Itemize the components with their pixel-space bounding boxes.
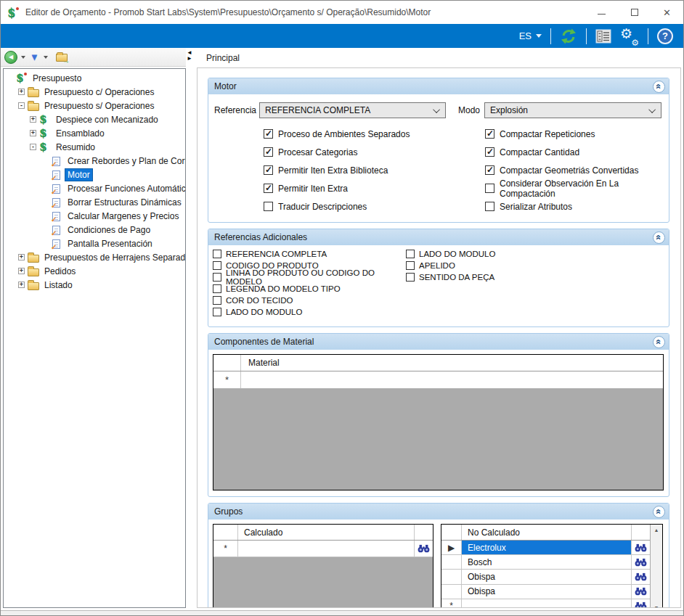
motor-checkbox[interactable]: Permitir Iten Extra bbox=[264, 184, 485, 193]
motor-checkbox[interactable]: Traducir Descripciones bbox=[264, 202, 485, 211]
table-row[interactable]: Obispa bbox=[441, 570, 650, 584]
down-dropdown-icon[interactable] bbox=[44, 56, 48, 59]
pane-splitter[interactable]: ◄ ► bbox=[186, 48, 193, 610]
tree-item-calcular-margenes[interactable]: Calcular Margenes y Precios bbox=[4, 209, 185, 223]
ref-checkbox[interactable]: COR DO TECIDO bbox=[213, 295, 406, 305]
collapse-section-icon[interactable] bbox=[653, 336, 665, 348]
tree-expander-icon[interactable]: + bbox=[30, 130, 36, 136]
group-cell[interactable] bbox=[462, 599, 631, 608]
sync-icon[interactable] bbox=[560, 28, 577, 44]
search-button[interactable] bbox=[631, 585, 650, 599]
vertical-scrollbar[interactable]: ▲ ▼ bbox=[650, 525, 662, 608]
ref-checkbox[interactable]: SENTIDO DA PEÇA bbox=[406, 272, 663, 282]
checkbox-box[interactable] bbox=[406, 273, 415, 282]
motor-checkbox[interactable]: Permitir Iten Extra Biblioteca bbox=[264, 165, 485, 175]
motor-checkbox[interactable]: Procesar Categorias bbox=[264, 147, 485, 157]
checkbox-box[interactable] bbox=[485, 202, 494, 211]
calculado-new-row[interactable]: * bbox=[213, 541, 433, 557]
checkbox-box[interactable] bbox=[485, 165, 494, 175]
minimize-button[interactable] bbox=[585, 1, 618, 24]
tree-item-resumido[interactable]: -Resumido bbox=[4, 140, 185, 154]
checkbox-box[interactable] bbox=[213, 308, 221, 316]
tree-item-motor[interactable]: Motor bbox=[4, 168, 185, 181]
ref-checkbox[interactable]: LADO DO MODULO bbox=[406, 249, 663, 258]
checkbox-box[interactable] bbox=[264, 184, 273, 193]
tree-item-presupuesto[interactable]: Presupuesto bbox=[4, 71, 185, 85]
search-button[interactable] bbox=[414, 541, 433, 557]
material-new-row[interactable]: * bbox=[213, 371, 663, 389]
down-arrow-icon[interactable]: ▼ bbox=[30, 52, 39, 62]
checkbox-box[interactable] bbox=[485, 184, 494, 193]
checkbox-box[interactable] bbox=[213, 250, 221, 258]
tree-item-pantalla-presentacion[interactable]: Pantalla Presentación bbox=[4, 237, 185, 250]
search-button[interactable] bbox=[631, 541, 650, 554]
tree-expander-icon[interactable]: + bbox=[18, 268, 25, 274]
tree-expander-icon[interactable]: + bbox=[18, 282, 25, 288]
tree-item-listado[interactable]: +Listado bbox=[4, 278, 185, 292]
motor-checkbox[interactable]: Compactar Repeticiones bbox=[485, 129, 661, 139]
group-cell[interactable]: Bosch bbox=[462, 555, 631, 569]
ref-checkbox[interactable]: LINHA DO PRODUTO OU CODIGO DO MODELO bbox=[213, 272, 406, 282]
tree-item-borrar-estructuras[interactable]: Borrar Estructuras Dinámicas bbox=[4, 195, 185, 209]
tree-expander-icon[interactable]: - bbox=[30, 144, 36, 150]
tree-expander-icon[interactable]: + bbox=[18, 89, 25, 95]
tree-item-pedidos[interactable]: +Pedidos bbox=[4, 264, 185, 278]
tree-item-crear-rebordes[interactable]: Crear Rebordes y Plan de Corte bbox=[4, 154, 185, 168]
tree-item-ensamblado[interactable]: +Ensamblado bbox=[4, 126, 185, 140]
tree-expander-icon[interactable]: - bbox=[18, 102, 25, 109]
tree-expander-icon[interactable]: + bbox=[30, 116, 36, 123]
material-cell[interactable] bbox=[241, 371, 663, 388]
no-calculado-new-row[interactable]: * bbox=[441, 599, 650, 608]
table-row[interactable]: Bosch bbox=[441, 555, 650, 570]
table-row[interactable]: Obispa bbox=[441, 585, 650, 599]
tree-item-presupuesto-c-operaciones[interactable]: +Presupuesto c/ Operaciones bbox=[4, 85, 185, 99]
no-calculado-column-header[interactable]: No Calculado bbox=[462, 525, 631, 540]
motor-checkbox[interactable]: Compactar Geometriás Convertidas bbox=[485, 165, 661, 175]
modo-dropdown[interactable]: Explosión bbox=[484, 102, 661, 118]
group-cell[interactable]: Electrolux bbox=[462, 541, 631, 554]
ref-checkbox[interactable]: REFERENCIA COMPLETA bbox=[213, 249, 406, 258]
language-dropdown[interactable]: ES bbox=[519, 30, 542, 41]
report-icon[interactable] bbox=[595, 29, 611, 44]
maximize-button[interactable] bbox=[618, 1, 651, 24]
checkbox-box[interactable] bbox=[213, 284, 221, 293]
search-button[interactable] bbox=[631, 599, 650, 608]
motor-checkbox[interactable]: Proceso de Ambientes Separados bbox=[264, 129, 485, 139]
scroll-up-icon[interactable]: ▲ bbox=[651, 525, 662, 535]
tree-item-condiciones-pago[interactable]: Condiciones de Pago bbox=[4, 223, 185, 237]
search-button[interactable] bbox=[631, 570, 650, 583]
group-cell[interactable]: Obispa bbox=[462, 570, 631, 583]
tab-principal[interactable]: Principal bbox=[193, 48, 683, 66]
checkbox-box[interactable] bbox=[213, 261, 221, 270]
back-dropdown-icon[interactable] bbox=[21, 56, 25, 59]
checkbox-box[interactable] bbox=[264, 165, 273, 175]
tree-item-despiece[interactable]: +Despiece con Mecanizado bbox=[4, 112, 185, 126]
scroll-down-icon[interactable]: ▼ bbox=[651, 602, 662, 608]
search-button[interactable] bbox=[631, 555, 650, 569]
tree-item-procesar-funciones[interactable]: Procesar Funciones Automáticas bbox=[4, 181, 185, 195]
collapse-section-icon[interactable] bbox=[653, 81, 665, 93]
motor-checkbox[interactable]: Compactar Cantidad bbox=[485, 147, 661, 157]
help-icon[interactable] bbox=[657, 28, 673, 44]
checkbox-box[interactable] bbox=[406, 250, 415, 258]
material-column-header[interactable]: Material bbox=[241, 355, 663, 371]
open-folder-icon[interactable] bbox=[56, 54, 68, 62]
ref-checkbox[interactable]: LADO DO MODULO bbox=[213, 307, 406, 316]
checkbox-box[interactable] bbox=[264, 147, 273, 157]
table-row[interactable]: ▶ Electrolux bbox=[441, 541, 650, 555]
checkbox-box[interactable] bbox=[264, 129, 273, 139]
checkbox-box[interactable] bbox=[213, 273, 221, 282]
referencia-dropdown[interactable]: REFERENCIA COMPLETA bbox=[259, 102, 446, 118]
checkbox-box[interactable] bbox=[485, 129, 494, 139]
checkbox-box[interactable] bbox=[213, 296, 221, 305]
calculado-column-header[interactable]: Calculado bbox=[238, 525, 414, 540]
checkbox-box[interactable] bbox=[485, 147, 494, 157]
back-icon[interactable] bbox=[4, 51, 17, 64]
expand-right-icon[interactable]: ► bbox=[187, 56, 192, 62]
close-button[interactable]: ✕ bbox=[651, 1, 683, 24]
ref-checkbox[interactable]: APELIDO bbox=[406, 260, 663, 270]
group-cell[interactable]: Obispa bbox=[462, 585, 631, 599]
collapse-section-icon[interactable] bbox=[653, 231, 665, 244]
motor-checkbox[interactable]: Considerar Observación En La Compactació… bbox=[485, 184, 661, 193]
checkbox-box[interactable] bbox=[264, 202, 273, 211]
